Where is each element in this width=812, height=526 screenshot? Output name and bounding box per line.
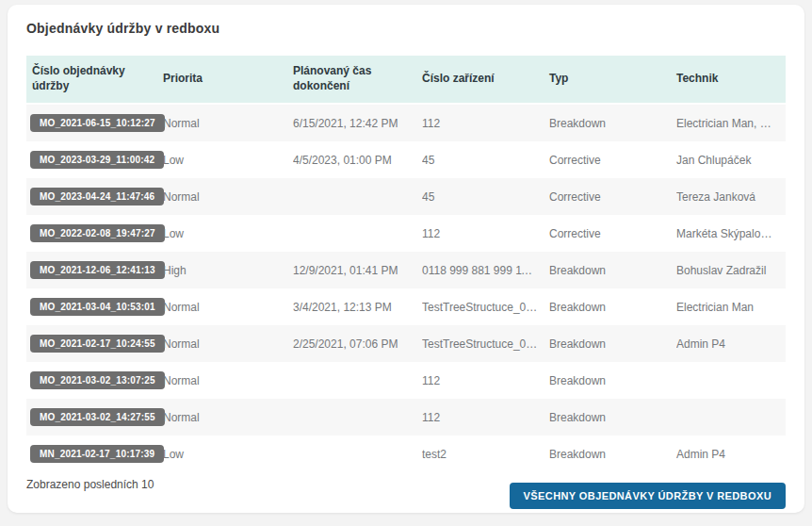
device-number-cell: 112 xyxy=(422,227,549,240)
priority-cell: Low xyxy=(163,448,293,461)
order-number-badge: MO_2023-03-29_11:00:42 xyxy=(30,151,164,169)
priority-cell: Normal xyxy=(163,411,293,424)
table-row[interactable]: MO_2021-06-15_10:12:27 Normal 6/15/2021,… xyxy=(26,105,786,141)
type-cell: Breakdown xyxy=(549,264,676,277)
priority-cell: Normal xyxy=(163,374,293,387)
order-number-badge: MN_2021-02-17_10:17:39 xyxy=(30,445,164,463)
table-row[interactable]: MO_2023-03-29_11:00:42 Low 4/5/2023, 01:… xyxy=(26,141,786,178)
column-header-device-number: Číslo zařízení xyxy=(422,72,549,87)
order-number-badge: MO_2021-06-15_10:12:27 xyxy=(30,114,165,132)
column-header-technician: Technik xyxy=(676,72,786,87)
technician-cell: Admin P4 xyxy=(676,448,786,461)
column-header-planned-completion: Plánovaný čas dokončení xyxy=(293,64,422,93)
technician-cell: Bohuslav Zadražil xyxy=(676,264,786,277)
priority-cell: Low xyxy=(163,154,293,167)
order-number-badge: MO_2021-02-17_10:24:55 xyxy=(30,335,165,353)
device-number-cell: TestTreeStructuce_007 xyxy=(422,301,549,314)
order-number-cell: MO_2021-03-02_13:07:25 xyxy=(26,371,163,389)
planned-completion-cell: 2/25/2021, 07:06 PM xyxy=(293,337,422,351)
shown-count-label: Zobrazeno posledních 10 xyxy=(26,476,154,491)
planned-completion-cell: 12/9/2021, 01:41 PM xyxy=(293,264,422,277)
table-row[interactable]: MO_2021-03-02_14:27:55 Normal 112 Breakd… xyxy=(26,399,786,436)
order-number-cell: MO_2021-06-15_10:12:27 xyxy=(26,114,163,132)
priority-cell: Normal xyxy=(163,190,293,204)
type-cell: Breakdown xyxy=(549,337,676,351)
priority-cell: Normal xyxy=(163,117,293,130)
all-maintenance-orders-button[interactable]: Všechny objednávky údržby v redboxu xyxy=(510,483,786,509)
order-number-cell: MO_2023-04-24_11:47:46 xyxy=(26,188,163,205)
order-number-cell: MN_2021-02-17_10:17:39 xyxy=(26,445,163,463)
type-cell: Corrective xyxy=(549,227,676,240)
order-number-cell: MO_2023-03-29_11:00:42 xyxy=(26,151,163,169)
order-number-badge: MO_2021-12-06_12:41:13 xyxy=(30,261,165,279)
type-cell: Breakdown xyxy=(549,448,676,461)
column-header-order-number: Číslo objednávky údržby xyxy=(26,64,163,93)
type-cell: Corrective xyxy=(549,154,676,167)
priority-cell: Normal xyxy=(163,301,293,314)
priority-cell: Normal xyxy=(163,337,293,351)
column-header-type: Typ xyxy=(549,72,676,87)
table-row[interactable]: MO_2023-04-24_11:47:46 Normal 45 Correct… xyxy=(26,178,786,215)
table-row[interactable]: MO_2021-03-02_13:07:25 Normal 112 Breakd… xyxy=(26,362,786,399)
order-number-cell: MO_2021-02-17_10:24:55 xyxy=(26,335,163,353)
device-number-cell: 0118 999 881 999 119 725 xyxy=(422,264,549,277)
order-number-cell: MO_2021-03-04_10:53:01 xyxy=(26,298,163,316)
page-title: Objednávky údržby v redboxu xyxy=(26,21,786,36)
technician-cell: Jan Chlupáček xyxy=(676,154,786,167)
table-row[interactable]: MO_2021-12-06_12:41:13 High 12/9/2021, 0… xyxy=(26,252,786,288)
planned-completion-cell: 3/4/2021, 12:13 PM xyxy=(293,301,422,314)
type-cell: Breakdown xyxy=(549,411,676,424)
priority-cell: Low xyxy=(163,227,293,240)
maintenance-orders-table: Číslo objednávky údržby Priorita Plánova… xyxy=(26,56,786,472)
device-number-cell: 45 xyxy=(422,190,549,204)
planned-completion-cell: 4/5/2023, 01:00 PM xyxy=(293,154,422,167)
order-number-badge: MO_2022-02-08_19:47:27 xyxy=(30,224,165,242)
order-number-cell: MO_2022-02-08_19:47:27 xyxy=(26,224,163,242)
technician-cell: Electrician Man, Jan Chlu… xyxy=(676,117,786,130)
device-number-cell: test2 xyxy=(422,448,549,461)
table-body: MO_2021-06-15_10:12:27 Normal 6/15/2021,… xyxy=(26,105,786,472)
device-number-cell: 112 xyxy=(422,117,549,130)
table-footer: Zobrazeno posledních 10 Všechny objednáv… xyxy=(26,476,786,509)
type-cell: Corrective xyxy=(549,190,676,204)
order-number-badge: MO_2023-04-24_11:47:46 xyxy=(30,188,164,205)
device-number-cell: 112 xyxy=(422,374,549,387)
order-number-badge: MO_2021-03-02_13:07:25 xyxy=(30,371,165,389)
device-number-cell: 45 xyxy=(422,154,549,167)
device-number-cell: TestTreeStructuce_007 xyxy=(422,337,549,351)
table-row[interactable]: MN_2021-02-17_10:17:39 Low test2 Breakdo… xyxy=(26,436,786,472)
table-row[interactable]: MO_2021-03-04_10:53:01 Normal 3/4/2021, … xyxy=(26,288,786,325)
order-number-cell: MO_2021-12-06_12:41:13 xyxy=(26,261,163,279)
planned-completion-cell: 6/15/2021, 12:42 PM xyxy=(293,117,422,130)
device-number-cell: 112 xyxy=(422,411,549,424)
type-cell: Breakdown xyxy=(549,301,676,314)
table-row[interactable]: MO_2022-02-08_19:47:27 Low 112 Correctiv… xyxy=(26,215,786,252)
technician-cell: Tereza Janková xyxy=(676,190,786,204)
technician-cell: Electrician Man xyxy=(676,301,786,314)
table-row[interactable]: MO_2021-02-17_10:24:55 Normal 2/25/2021,… xyxy=(26,325,786,362)
maintenance-orders-card: Objednávky údržby v redboxu Číslo objedn… xyxy=(8,5,804,513)
order-number-badge: MO_2021-03-04_10:53:01 xyxy=(30,298,165,316)
technician-cell: Admin P4 xyxy=(676,337,786,351)
type-cell: Breakdown xyxy=(549,117,676,130)
column-header-priority: Priorita xyxy=(163,72,293,87)
technician-cell: Markéta Skýpalová, Jaku… xyxy=(676,227,786,240)
table-header-row: Číslo objednávky údržby Priorita Plánova… xyxy=(26,56,786,105)
priority-cell: High xyxy=(163,264,293,277)
order-number-cell: MO_2021-03-02_14:27:55 xyxy=(26,408,163,426)
type-cell: Breakdown xyxy=(549,374,676,387)
order-number-badge: MO_2021-03-02_14:27:55 xyxy=(30,408,165,426)
